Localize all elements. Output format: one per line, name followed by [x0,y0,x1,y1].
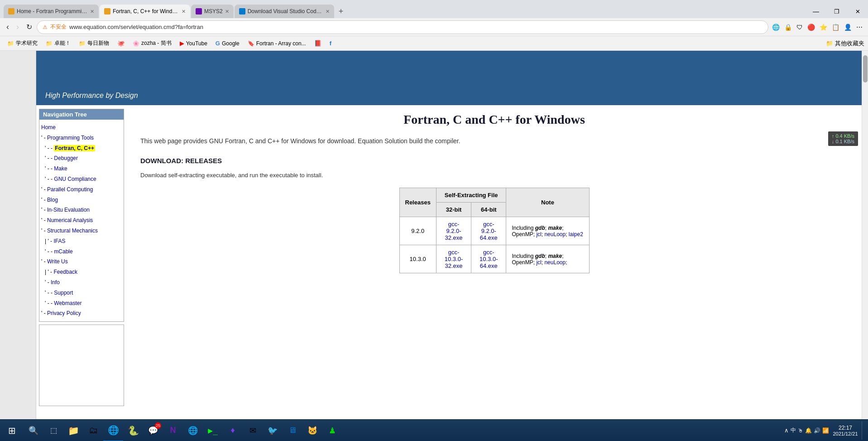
nav-link-debugger[interactable]: Debugger [54,155,78,161]
taskbar-app1[interactable]: 🐦 [263,420,283,441]
nav-item-numerical[interactable]: ' - Numerical Analysis [41,215,122,226]
tray-keyboard[interactable]: 🖱 [798,427,803,434]
tray-network[interactable]: 📶 [822,427,829,434]
nav-link-home[interactable]: Home [41,124,56,131]
scrollbar-thumb[interactable] [863,55,868,82]
translate-button[interactable]: 🌐 [770,22,782,33]
browser-tab-4[interactable]: Download Visual Studio Code -... ✕ [235,5,334,18]
nav-item-structural[interactable]: ' - Structural Mechanics [41,226,122,236]
maximize-button[interactable]: ❐ [826,5,847,18]
start-button[interactable]: ⊞ [0,420,24,441]
nav-item-webmaster[interactable]: ' - - Webmaster [45,298,122,309]
bookmark-zozha[interactable]: 🌸 zozha - 简书 [129,39,175,48]
nav-item-ifas[interactable]: | ' - IFAS [45,236,122,247]
nav-item-support[interactable]: ' - - Support [45,288,122,298]
download-link-920-64[interactable]: gcc-9.2.0-64.exe [480,221,498,241]
taskbar-file-explorer[interactable]: 📁 [63,420,83,441]
nav-item-mcable[interactable]: ' - - mCable [45,247,122,257]
link-920-32[interactable]: gcc-9.2.0-32.exe [436,217,471,245]
browser-tab-1[interactable]: Home - Fortran Programming L... ✕ [4,5,99,18]
neuloop-link2[interactable]: neuLoop [544,259,566,266]
taskbar-app4[interactable]: ♟ [322,420,342,441]
nav-item-home[interactable]: Home [41,122,122,133]
nav-link-support[interactable]: Support [54,290,73,296]
extensions-button[interactable]: 🔒 [782,22,794,33]
antivirus-button[interactable]: 🛡 [795,22,805,33]
nav-item-info[interactable]: ' - Info [45,277,122,288]
browser-tab-3[interactable]: MSYS2 ✕ [191,5,234,18]
nav-link-insitu[interactable]: In-Situ Evaluation [47,207,90,213]
nav-link-webmaster[interactable]: Webmaster [54,300,82,306]
download-link-1030-32[interactable]: gcc-10.3.0-32.exe [445,249,463,269]
neuloop-link[interactable]: neuLoop [544,231,566,237]
forward-button[interactable]: › [14,20,22,34]
settings-button[interactable]: ⋯ [854,22,864,33]
address-bar[interactable]: ⚠ 不安全 www.equation.com/servlet/equation.… [37,20,768,34]
bookmark-pdf-icon[interactable]: 📕 [311,39,325,48]
nav-item-programming[interactable]: ' - Programming Tools [41,133,122,143]
bookmark-zhuoneng[interactable]: 📁 卓能！ [42,39,74,48]
tab3-close[interactable]: ✕ [225,9,229,15]
bookmark-xueshu[interactable]: 📁 学术研究 [4,39,41,48]
nav-link-info[interactable]: Info [51,279,60,286]
tray-expand[interactable]: ∧ [784,427,789,434]
nav-link-feedback[interactable]: Feedback [53,269,77,275]
taskbar-icon-conda[interactable]: 🐍 [123,420,143,441]
nav-link-writeus[interactable]: Write Us [47,258,68,265]
tray-notification[interactable]: 🔔 [805,427,812,434]
taskbar-ie[interactable]: 🌐 [183,420,203,441]
new-tab-button[interactable]: + [335,5,347,18]
taskbar-onenote[interactable]: N [163,420,183,441]
taskbar-chat[interactable]: 💬 25 [143,420,163,441]
bookmark-github[interactable]: 🐙 [114,39,128,48]
download-link-920-32[interactable]: gcc-9.2.0-32.exe [445,221,462,241]
jcl-link[interactable]: jcl [536,231,541,237]
close-button[interactable]: ✕ [847,5,868,18]
browser-tab-2[interactable]: Fortran, C, C++ for Windows ✕ [100,5,190,18]
nav-link-parallel[interactable]: Parallel Computing [47,186,93,193]
nav-item-parallel[interactable]: ' - Parallel Computing [41,184,122,195]
nav-link-blog[interactable]: Blog [47,197,58,203]
nav-link-structural[interactable]: Structural Mechanics [47,228,98,234]
download-link-1030-64[interactable]: gcc-10.3.0-64.exe [480,249,498,269]
user-button[interactable]: 👤 [842,22,854,33]
nav-link-programming[interactable]: Programming Tools [47,135,94,141]
nav-item-privacy[interactable]: ' - Privacy Policy [41,308,122,319]
taskbar-edge[interactable]: 🌐 [103,420,123,441]
nav-link-mcable[interactable]: mCable [54,248,72,255]
minimize-button[interactable]: — [806,5,826,18]
taskbar-clock[interactable]: 22:17 2021/12/21 [832,425,859,436]
nav-item-make[interactable]: ' - - Make [45,164,122,174]
tray-volume[interactable]: 🔊 [814,427,820,434]
adblocker-button[interactable]: 🔴 [806,22,817,33]
nav-item-blog[interactable]: ' - Blog [41,195,122,205]
nav-link-gnu[interactable]: GNU Compliance [54,176,96,182]
nav-link-ifas[interactable]: IFAS [53,238,65,244]
nav-link-fortran[interactable]: Fortran, C, C++ [54,145,95,151]
tab1-close[interactable]: ✕ [90,9,94,15]
nav-item-writeus[interactable]: ' - Write Us [41,257,122,267]
back-button[interactable]: ‹ [4,20,12,34]
bookmark-meirixin[interactable]: 📁 每日新物 [75,39,113,48]
sys-tray-icons[interactable]: ∧ 中 🖱 🔔 🔊 📶 [784,426,829,434]
taskbar-vs[interactable]: ♦ [223,420,243,441]
bookmark-fortran[interactable]: 🔖 Fortran - Array con... [244,39,310,48]
tab2-close[interactable]: ✕ [182,9,186,15]
nav-link-make[interactable]: Make [54,165,67,172]
nav-item-debugger[interactable]: ' - - Debugger [45,153,122,164]
bookmark-youtube[interactable]: ▶ YouTube [176,39,211,48]
scrollbar[interactable] [862,51,868,419]
search-button[interactable]: 🔍 [24,420,43,441]
refresh-button[interactable]: ↻ [24,21,35,33]
taskbar-store[interactable]: 🗂 [83,420,103,441]
jcl-link2[interactable]: jcl [536,259,541,266]
nav-item-gnu[interactable]: ' - - GNU Compliance [45,174,122,184]
bookmark-f[interactable]: f [326,39,335,48]
taskbar-terminal[interactable]: ▶_ [203,420,223,441]
link-1030-32[interactable]: gcc-10.3.0-32.exe [436,245,471,273]
link-1030-64[interactable]: gcc-10.3.0-64.exe [471,245,506,273]
taskbar-app2[interactable]: 🖥 [283,420,302,441]
nav-link-numerical[interactable]: Numerical Analysis [47,217,93,223]
collection-button[interactable]: 📋 [830,22,841,33]
taskbar-mail[interactable]: ✉ [243,420,263,441]
